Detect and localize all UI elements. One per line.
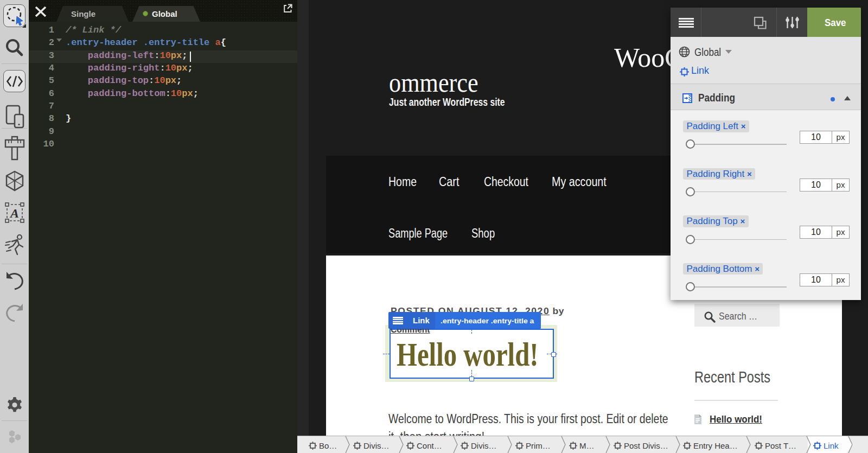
svg-text:A: A (9, 206, 19, 220)
